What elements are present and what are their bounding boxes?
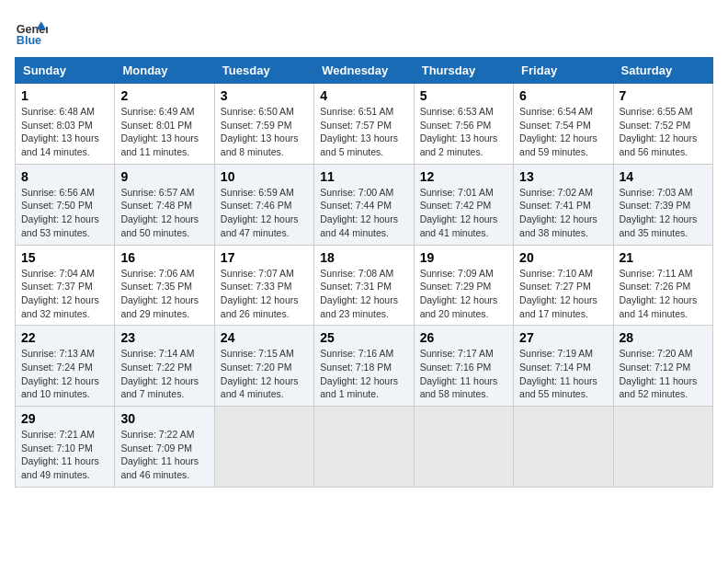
calendar-cell-day-16: 16Sunrise: 7:06 AMSunset: 7:35 PMDayligh…	[115, 245, 214, 326]
calendar-week-row: 8Sunrise: 6:56 AMSunset: 7:50 PMDaylight…	[16, 164, 713, 245]
svg-text:Blue: Blue	[17, 34, 41, 47]
calendar-cell-empty	[314, 407, 414, 488]
calendar-cell-day-27: 27Sunrise: 7:19 AMSunset: 7:14 PMDayligh…	[514, 326, 613, 407]
calendar-cell-day-24: 24Sunrise: 7:15 AMSunset: 7:20 PMDayligh…	[214, 326, 313, 407]
calendar-cell-day-22: 22Sunrise: 7:13 AMSunset: 7:24 PMDayligh…	[16, 326, 115, 407]
calendar-cell-day-18: 18Sunrise: 7:08 AMSunset: 7:31 PMDayligh…	[314, 245, 414, 326]
calendar-cell-empty	[214, 407, 313, 488]
calendar-week-row: 1Sunrise: 6:48 AMSunset: 8:03 PMDaylight…	[16, 84, 713, 165]
calendar-cell-day-28: 28Sunrise: 7:20 AMSunset: 7:12 PMDayligh…	[613, 326, 712, 407]
weekday-header-tuesday: Tuesday	[214, 58, 313, 84]
calendar-cell-day-23: 23Sunrise: 7:14 AMSunset: 7:22 PMDayligh…	[115, 326, 214, 407]
logo: General Blue	[15, 15, 48, 48]
calendar-cell-day-11: 11Sunrise: 7:00 AMSunset: 7:44 PMDayligh…	[314, 164, 414, 245]
calendar-cell-day-20: 20Sunrise: 7:10 AMSunset: 7:27 PMDayligh…	[514, 245, 613, 326]
weekday-header-friday: Friday	[514, 58, 613, 84]
page-header: General Blue	[15, 15, 713, 48]
calendar-cell-day-19: 19Sunrise: 7:09 AMSunset: 7:29 PMDayligh…	[414, 245, 513, 326]
calendar-cell-empty	[613, 407, 712, 488]
calendar-cell-day-15: 15Sunrise: 7:04 AMSunset: 7:37 PMDayligh…	[16, 245, 115, 326]
calendar-week-row: 22Sunrise: 7:13 AMSunset: 7:24 PMDayligh…	[16, 326, 713, 407]
calendar-cell-day-29: 29Sunrise: 7:21 AMSunset: 7:10 PMDayligh…	[16, 407, 115, 488]
weekday-header-sunday: Sunday	[16, 58, 115, 84]
calendar-cell-day-6: 6Sunrise: 6:54 AMSunset: 7:54 PMDaylight…	[514, 84, 613, 165]
calendar-cell-day-26: 26Sunrise: 7:17 AMSunset: 7:16 PMDayligh…	[414, 326, 513, 407]
calendar-cell-day-10: 10Sunrise: 6:59 AMSunset: 7:46 PMDayligh…	[214, 164, 313, 245]
calendar-cell-day-2: 2Sunrise: 6:49 AMSunset: 8:01 PMDaylight…	[115, 84, 214, 165]
calendar-cell-day-9: 9Sunrise: 6:57 AMSunset: 7:48 PMDaylight…	[115, 164, 214, 245]
weekday-header-thursday: Thursday	[414, 58, 513, 84]
calendar-cell-day-13: 13Sunrise: 7:02 AMSunset: 7:41 PMDayligh…	[514, 164, 613, 245]
weekday-header-saturday: Saturday	[613, 58, 712, 84]
calendar-cell-day-14: 14Sunrise: 7:03 AMSunset: 7:39 PMDayligh…	[613, 164, 712, 245]
calendar-header-row: SundayMondayTuesdayWednesdayThursdayFrid…	[16, 58, 713, 84]
calendar-cell-day-21: 21Sunrise: 7:11 AMSunset: 7:26 PMDayligh…	[613, 245, 712, 326]
calendar-cell-day-8: 8Sunrise: 6:56 AMSunset: 7:50 PMDaylight…	[16, 164, 115, 245]
calendar-cell-day-3: 3Sunrise: 6:50 AMSunset: 7:59 PMDaylight…	[214, 84, 313, 165]
calendar-week-row: 29Sunrise: 7:21 AMSunset: 7:10 PMDayligh…	[16, 407, 713, 488]
weekday-header-monday: Monday	[115, 58, 214, 84]
calendar-cell-day-1: 1Sunrise: 6:48 AMSunset: 8:03 PMDaylight…	[16, 84, 115, 165]
calendar-cell-day-7: 7Sunrise: 6:55 AMSunset: 7:52 PMDaylight…	[613, 84, 712, 165]
calendar-cell-empty	[514, 407, 613, 488]
calendar-cell-day-17: 17Sunrise: 7:07 AMSunset: 7:33 PMDayligh…	[214, 245, 313, 326]
logo-icon: General Blue	[15, 15, 48, 48]
calendar-cell-day-5: 5Sunrise: 6:53 AMSunset: 7:56 PMDaylight…	[414, 84, 513, 165]
calendar-cell-day-25: 25Sunrise: 7:16 AMSunset: 7:18 PMDayligh…	[314, 326, 414, 407]
calendar-cell-day-30: 30Sunrise: 7:22 AMSunset: 7:09 PMDayligh…	[115, 407, 214, 488]
calendar-cell-day-12: 12Sunrise: 7:01 AMSunset: 7:42 PMDayligh…	[414, 164, 513, 245]
calendar-table: SundayMondayTuesdayWednesdayThursdayFrid…	[15, 57, 713, 488]
weekday-header-wednesday: Wednesday	[314, 58, 414, 84]
calendar-cell-empty	[414, 407, 513, 488]
calendar-cell-day-4: 4Sunrise: 6:51 AMSunset: 7:57 PMDaylight…	[314, 84, 414, 165]
calendar-week-row: 15Sunrise: 7:04 AMSunset: 7:37 PMDayligh…	[16, 245, 713, 326]
